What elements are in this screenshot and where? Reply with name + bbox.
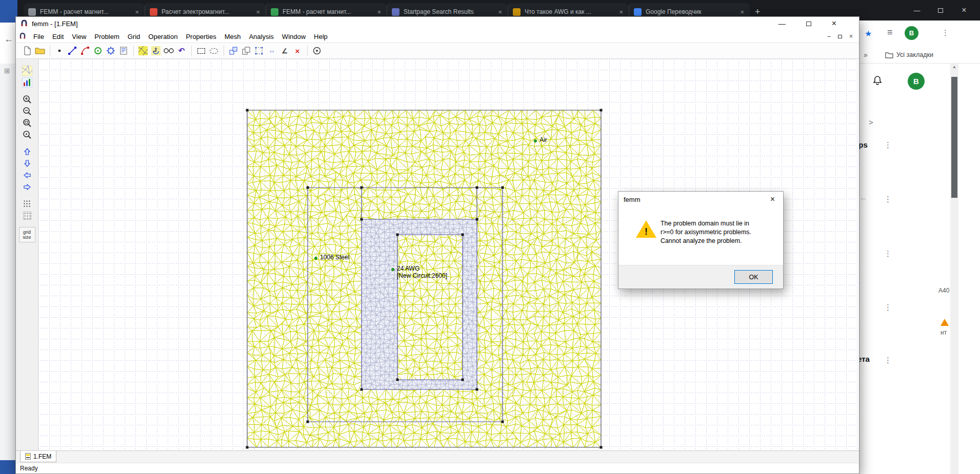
pan-down-button[interactable] [20, 158, 34, 169]
browser-menu-icon[interactable]: ⋮ [942, 28, 949, 37]
pan-right-button[interactable] [20, 181, 34, 193]
item-menu-icon[interactable]: ⋮ [884, 140, 892, 150]
results-button[interactable] [163, 45, 175, 57]
properties-button[interactable] [117, 45, 130, 57]
block-label-tool-button[interactable] [92, 45, 104, 57]
pan-left-button[interactable] [20, 170, 34, 181]
block-label-steel[interactable]: 1006 Steel [320, 254, 349, 261]
menu-operation[interactable]: Operation [144, 31, 182, 42]
zoom-extents-button[interactable] [20, 129, 34, 140]
mdi-restore-button[interactable] [838, 33, 842, 40]
edit-region-button[interactable] [253, 45, 265, 57]
mesh-button[interactable] [137, 45, 149, 57]
open-file-button[interactable] [34, 45, 46, 57]
dialog-close-button[interactable]: × [767, 195, 778, 204]
new-file-button[interactable] [21, 45, 33, 57]
zoom-out-button[interactable] [20, 106, 34, 117]
scrollbar-thumb[interactable] [951, 77, 957, 198]
tab-favicon-icon [271, 8, 278, 16]
text-fragment: ... [861, 194, 866, 201]
tab-close-icon[interactable]: × [134, 8, 140, 16]
mesher-thumb-button[interactable] [20, 65, 34, 76]
pan-up-button[interactable] [20, 146, 34, 157]
reading-list-icon[interactable]: ≡ [887, 27, 893, 38]
resize-button[interactable]: ⇔ [266, 45, 278, 57]
new-tab-button[interactable]: + [755, 7, 761, 17]
tab-title: FEMM - расчет магнит... [40, 8, 130, 15]
menu-view[interactable]: View [68, 31, 90, 42]
menu-window[interactable]: Window [278, 31, 310, 42]
item-menu-icon[interactable]: ⋮ [884, 249, 892, 258]
back-arrow-icon[interactable]: ← [4, 34, 13, 45]
ok-button[interactable]: OK [734, 270, 773, 284]
browser-minimize-button[interactable]: — [905, 0, 929, 20]
menu-file[interactable]: File [29, 31, 48, 42]
zoom-window-button[interactable] [20, 117, 34, 129]
block-label-coil[interactable]: 24 AWG [New Circuit:2600] [397, 265, 447, 280]
tab-close-icon[interactable]: × [255, 8, 261, 16]
block-label-air[interactable]: Air [539, 137, 547, 144]
document-icon [19, 32, 26, 41]
segment-tool-button[interactable] [66, 45, 78, 57]
menu-mesh[interactable]: Mesh [221, 31, 245, 42]
zoom-in-button[interactable] [20, 94, 34, 105]
grid-toggle-button[interactable] [20, 198, 34, 210]
item-menu-icon[interactable]: ⋮ [884, 303, 892, 312]
profile-avatar[interactable]: B [905, 26, 918, 40]
dialog-title: femm [624, 196, 641, 203]
delete-button[interactable]: × [291, 45, 304, 57]
group-tool-button[interactable] [105, 45, 117, 57]
menu-properties[interactable]: Properties [182, 31, 220, 42]
menu-problem[interactable]: Problem [90, 31, 123, 42]
close-button[interactable]: × [832, 19, 836, 28]
page-grid-icon: ⊞ [4, 67, 10, 75]
notification-bell-icon[interactable] [872, 75, 883, 88]
analyze-button[interactable] [150, 45, 162, 57]
maximize-button[interactable] [806, 19, 811, 28]
select-rect-button[interactable] [195, 45, 207, 57]
tab-close-icon[interactable]: × [376, 8, 382, 16]
solution-thumb-button[interactable] [20, 77, 34, 88]
document-tab[interactable]: 1.FEM [20, 451, 56, 462]
circle-indicator-button[interactable] [311, 45, 323, 57]
femm-title-bar[interactable]: femm - [1.FEM] — × [16, 17, 859, 30]
grid-size-button[interactable]: grid size [19, 227, 35, 242]
bookmarks-overflow-icon[interactable]: » [864, 51, 868, 59]
dashed-rect-icon [197, 48, 205, 54]
menu-help[interactable]: Help [310, 31, 332, 42]
femm-toolbar: ↶ ⇔ ∠ × [16, 43, 859, 59]
all-bookmarks-label[interactable]: Усі закладки [896, 51, 933, 58]
browser-close-button[interactable]: × [952, 0, 976, 20]
menu-analysis[interactable]: Analysis [245, 31, 277, 42]
item-menu-icon[interactable]: ⋮ [884, 356, 892, 365]
tab-title: Что такое AWG и как ... [525, 8, 614, 15]
scroll-up-icon[interactable]: ▲ [950, 65, 958, 69]
dialog-title-bar[interactable]: femm × [618, 192, 783, 207]
tab-close-icon[interactable]: × [497, 8, 503, 16]
tab-close-icon[interactable]: × [739, 8, 745, 16]
mdi-close-button[interactable]: × [849, 33, 853, 40]
item-menu-icon[interactable]: ⋮ [884, 195, 892, 204]
chevron-right-icon[interactable]: > [869, 118, 873, 127]
mdi-minimize-button[interactable]: – [827, 33, 831, 40]
angle-button[interactable]: ∠ [278, 45, 291, 57]
undo-button[interactable]: ↶ [175, 45, 188, 57]
move-button[interactable] [227, 45, 239, 57]
select-ellipse-button[interactable] [208, 45, 220, 57]
minimize-button[interactable]: — [778, 19, 786, 28]
arc-tool-button[interactable] [79, 45, 91, 57]
window-title: femm - [1.FEM] [32, 20, 78, 28]
browser-maximize-button[interactable] [929, 0, 952, 20]
snap-grid-icon [23, 212, 31, 220]
account-avatar[interactable]: B [908, 73, 925, 90]
page-scrollbar[interactable]: ▲ [950, 64, 958, 474]
copy-button[interactable] [240, 45, 252, 57]
point-tool-button[interactable] [53, 45, 66, 57]
tab-close-icon[interactable]: × [618, 8, 624, 16]
bookmark-star-icon[interactable]: ★ [865, 29, 872, 38]
femm-menu-bar: File Edit View Problem Grid Operation Pr… [16, 30, 859, 43]
menu-edit[interactable]: Edit [48, 31, 68, 42]
text-fragment: ета [859, 355, 870, 363]
menu-grid[interactable]: Grid [124, 31, 145, 42]
snap-grid-button[interactable] [20, 210, 34, 221]
